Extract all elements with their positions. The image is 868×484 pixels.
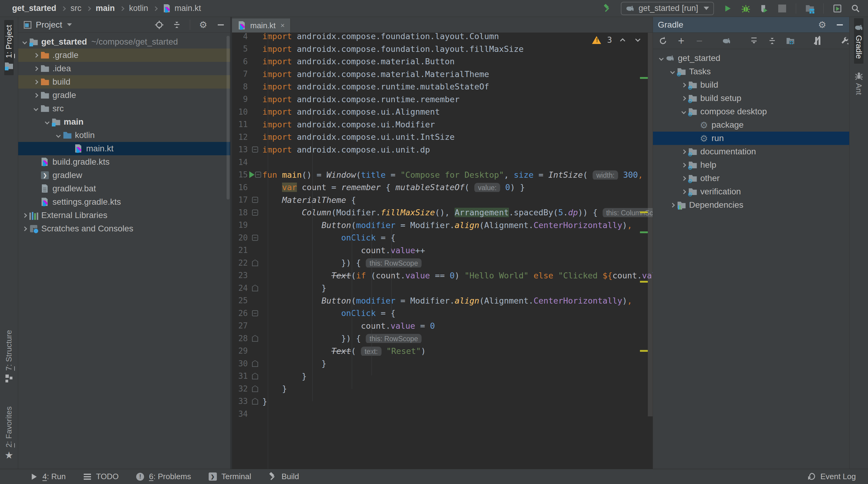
chevron-right-icon[interactable] xyxy=(681,189,686,194)
chevron-right-icon[interactable] xyxy=(681,83,686,87)
breadcrumb-item[interactable]: src xyxy=(71,4,82,13)
statusbar-item-terminal[interactable]: Terminal xyxy=(208,472,251,481)
build-hammer-icon[interactable] xyxy=(602,4,612,13)
statusbar-item-6-problems[interactable]: 6: Problems xyxy=(135,472,191,481)
line-number[interactable]: 17 xyxy=(232,195,248,204)
stop-button[interactable] xyxy=(778,4,787,13)
fold-open-icon[interactable] xyxy=(252,197,258,203)
gutter-icons[interactable] xyxy=(248,235,262,241)
stripe-tab-ant[interactable]: Ant xyxy=(854,66,863,100)
chevron-right-icon[interactable] xyxy=(22,226,27,231)
tree-item-get-started[interactable]: get_started~/compose/get_started xyxy=(18,35,230,49)
gutter-icons[interactable] xyxy=(248,260,262,266)
line-number[interactable]: 22 xyxy=(232,258,248,267)
tree-item-build[interactable]: build xyxy=(18,75,230,89)
fold-close-icon[interactable] xyxy=(252,285,258,291)
tree-item-gradlew[interactable]: gradlew xyxy=(18,169,230,182)
statusbar-item-todo[interactable]: TODO xyxy=(83,472,119,481)
fold-open-icon[interactable] xyxy=(252,310,258,316)
close-tab-icon[interactable]: × xyxy=(281,21,285,30)
line-number[interactable]: 12 xyxy=(232,132,248,141)
group-tasks-icon[interactable] xyxy=(786,36,795,45)
line-number[interactable]: 24 xyxy=(232,284,248,293)
line-number[interactable]: 29 xyxy=(232,346,248,355)
chevron-right-icon[interactable] xyxy=(681,149,686,154)
line-number[interactable]: 21 xyxy=(232,246,248,255)
error-stripe-mark[interactable] xyxy=(640,77,648,79)
offline-icon[interactable] xyxy=(813,36,822,45)
fold-close-icon[interactable] xyxy=(252,385,258,392)
chevron-down-icon[interactable] xyxy=(67,23,72,26)
run-window-icon[interactable] xyxy=(833,4,842,13)
line-number[interactable]: 27 xyxy=(232,321,248,330)
chevron-down-icon[interactable] xyxy=(659,56,663,61)
tree-item-package[interactable]: ⚙package xyxy=(653,118,849,132)
chevron-right-icon[interactable] xyxy=(33,93,38,98)
line-number[interactable]: 16 xyxy=(232,183,248,192)
expand-all-icon[interactable] xyxy=(749,36,758,45)
tree-item--idea[interactable]: .idea xyxy=(18,62,230,75)
tree-item-scratches-and-consoles[interactable]: Scratches and Consoles xyxy=(18,222,230,235)
chevron-down-icon[interactable] xyxy=(56,133,61,138)
hide-panel-icon[interactable] xyxy=(835,20,844,29)
debug-button[interactable] xyxy=(741,4,750,13)
statusbar-item-build[interactable]: Build xyxy=(268,472,299,481)
tree-item-build[interactable]: build xyxy=(653,78,849,92)
tree-item-main[interactable]: main xyxy=(18,115,230,129)
stripe-tab-2-favorites[interactable]: 2: Favorites★ xyxy=(4,401,14,464)
line-number[interactable]: 32 xyxy=(232,384,248,393)
fold-close-icon[interactable] xyxy=(252,335,258,342)
run-configuration-select[interactable]: get_started [run] xyxy=(621,2,714,15)
chevron-down-icon[interactable] xyxy=(670,69,675,74)
breadcrumb-item[interactable]: get_started xyxy=(12,4,56,13)
run-button[interactable] xyxy=(723,4,732,13)
gutter-icons[interactable] xyxy=(248,360,262,367)
chevron-right-icon[interactable] xyxy=(681,163,686,167)
code-editor[interactable]: 3 4import androidx.compose.foundation.la… xyxy=(232,33,653,469)
line-number[interactable]: 5 xyxy=(232,44,248,53)
breadcrumb-item[interactable]: main xyxy=(96,4,115,13)
line-number[interactable]: 20 xyxy=(232,233,248,242)
tree-item-build-setup[interactable]: build setup xyxy=(653,92,849,105)
gutter-icons[interactable] xyxy=(248,335,262,342)
tree-item-src[interactable]: src xyxy=(18,102,230,115)
line-number[interactable]: 26 xyxy=(232,309,248,318)
line-number[interactable]: 30 xyxy=(232,359,248,368)
gear-icon[interactable]: ⚙ xyxy=(199,20,208,29)
tree-item-documentation[interactable]: documentation xyxy=(653,145,849,158)
chevron-right-icon[interactable] xyxy=(681,176,686,181)
stripe-tab-1-project[interactable]: 1: Project xyxy=(4,20,14,75)
locate-file-icon[interactable] xyxy=(155,20,164,29)
tree-item-main-kt[interactable]: main.kt xyxy=(18,142,230,155)
wrench-icon[interactable] xyxy=(840,36,849,45)
search-everywhere-icon[interactable] xyxy=(851,4,860,13)
error-stripe-mark[interactable] xyxy=(640,231,648,233)
error-stripe-mark[interactable] xyxy=(640,350,648,352)
tree-item-run[interactable]: ⚙run xyxy=(653,132,849,145)
chevron-right-icon[interactable] xyxy=(681,96,686,101)
gutter-icons[interactable] xyxy=(248,310,262,316)
error-stripe-mark[interactable] xyxy=(640,281,648,283)
tree-item-external-libraries[interactable]: External Libraries xyxy=(18,208,230,222)
tree-item-tasks[interactable]: Tasks xyxy=(653,65,849,78)
gradle-icon[interactable] xyxy=(722,36,731,45)
line-number[interactable]: 11 xyxy=(232,120,248,129)
chevron-down-icon[interactable] xyxy=(44,120,50,124)
collapse-all-icon[interactable] xyxy=(172,20,181,29)
refresh-icon[interactable] xyxy=(658,36,668,45)
fold-open-icon[interactable] xyxy=(252,209,258,216)
line-number[interactable]: 19 xyxy=(232,221,248,230)
tree-item-build-gradle-kts[interactable]: build.gradle.kts xyxy=(18,155,230,169)
chevron-right-icon[interactable] xyxy=(22,213,27,218)
run-with-coverage-button[interactable] xyxy=(760,4,769,13)
chevron-right-icon[interactable] xyxy=(670,202,675,207)
remove-icon[interactable] xyxy=(695,36,704,45)
gutter-icons[interactable] xyxy=(248,385,262,392)
line-number[interactable]: 23 xyxy=(232,271,248,280)
fold-open-icon[interactable] xyxy=(252,235,258,241)
line-number[interactable]: 33 xyxy=(232,397,248,406)
error-stripe-mark[interactable] xyxy=(640,212,648,213)
fold-open-icon[interactable] xyxy=(255,172,261,178)
gutter-icons[interactable] xyxy=(248,373,262,379)
gutter-icons[interactable] xyxy=(248,398,262,405)
